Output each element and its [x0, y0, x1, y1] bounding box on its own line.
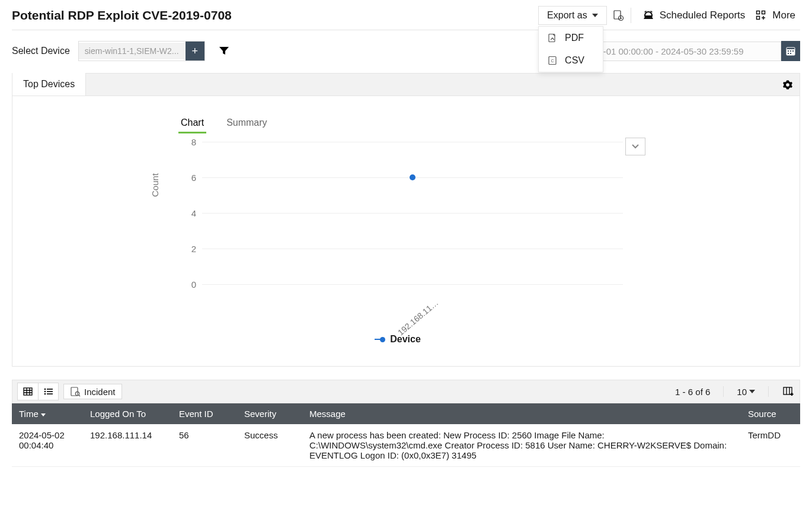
svg-point-21 [44, 393, 46, 395]
svg-rect-3 [614, 11, 621, 19]
topbar: Potential RDP Exploit CVE-2019-0708 Expo… [12, 6, 800, 30]
export-pdf-label: PDF [565, 33, 584, 43]
svg-rect-6 [757, 17, 760, 20]
cell-time: 2024-05-02 00:04:40 [12, 424, 83, 467]
device-input[interactable]: siem-win11-1,SIEM-W2... [79, 43, 186, 59]
panel-settings-button[interactable] [776, 80, 800, 90]
page-title: Potential RDP Exploit CVE-2019-0708 [12, 8, 232, 23]
list-view-button[interactable] [38, 383, 58, 400]
more-label: More [772, 9, 795, 21]
svg-rect-15 [790, 53, 791, 54]
chart-tabs: Chart Summary [178, 114, 788, 133]
page-size-value: 10 [737, 387, 747, 397]
legend-series-label: Device [390, 334, 421, 345]
cell-severity: Success [237, 424, 302, 467]
chart-legend: Device [172, 334, 623, 345]
pdf-icon [546, 31, 559, 44]
table-header-row: Time Logged On To Event ID Severity Mess… [12, 403, 800, 424]
top-devices-panel: Top Devices Chart Summary Count 8 6 4 [12, 73, 800, 367]
col-message[interactable]: Message [302, 403, 741, 424]
ytick-4: 4 [181, 208, 196, 218]
svg-rect-20 [47, 391, 53, 392]
incident-label: Incident [84, 387, 116, 397]
ytick-2: 2 [181, 243, 196, 253]
svg-rect-5 [757, 11, 760, 14]
svg-rect-18 [47, 389, 53, 390]
period-input[interactable]: 05-01 00:00:00 - 2024-05-30 23:59:59 [586, 42, 781, 61]
scheduled-reports-button[interactable]: Scheduled Reports [637, 7, 750, 24]
filter-icon[interactable] [219, 47, 229, 55]
export-csv-item[interactable]: C CSV [539, 49, 603, 72]
sort-desc-icon [41, 413, 46, 416]
table-row[interactable]: 2024-05-02 00:04:40 192.168.111.14 56 Su… [12, 424, 800, 467]
ytick-0: 0 [181, 279, 196, 289]
export-as-button[interactable]: Export as [538, 6, 607, 25]
top-actions: Export as PDF C CSV [538, 6, 800, 25]
svg-rect-14 [788, 53, 789, 54]
col-logged-on-to[interactable]: Logged On To [83, 403, 172, 424]
ytick-6: 6 [181, 172, 196, 182]
col-source[interactable]: Source [741, 403, 800, 424]
alarm-clock-icon [642, 9, 655, 22]
incident-icon [70, 386, 81, 397]
separator [723, 386, 724, 397]
filters-row: Select Device siem-win11-1,SIEM-W2... + … [12, 41, 800, 61]
page-size-select[interactable]: 10 [737, 387, 755, 397]
cell-logged-on-to: 192.168.111.14 [83, 424, 172, 467]
more-icon [755, 9, 768, 22]
results-table: Time Logged On To Event ID Severity Mess… [12, 403, 800, 467]
table-toolbar: Incident 1 - 6 of 6 10 [12, 380, 800, 403]
export-wrap: Export as PDF C CSV [538, 6, 607, 25]
svg-point-17 [44, 389, 46, 390]
calendar-button[interactable] [781, 41, 800, 61]
svg-rect-22 [47, 393, 53, 394]
caret-down-icon [749, 390, 755, 393]
column-settings-button[interactable] [782, 385, 795, 398]
tab-summary[interactable]: Summary [224, 114, 269, 133]
legend-swatch-icon [375, 337, 385, 342]
export-pdf-item[interactable]: PDF [539, 27, 603, 49]
col-event-id[interactable]: Event ID [172, 403, 237, 424]
csv-icon: C [546, 54, 559, 67]
chart-xtick: 192.168.11… [202, 289, 623, 300]
chart-zone: Chart Summary Count 8 6 4 2 0 [12, 96, 800, 366]
separator [768, 386, 769, 397]
cell-message: A new process has been created: New Proc… [302, 424, 741, 467]
col-time[interactable]: Time [12, 403, 83, 424]
export-as-label: Export as [547, 10, 587, 21]
chart-ylabel: Count [150, 173, 160, 197]
table-range-label: 1 - 6 of 6 [675, 387, 710, 397]
select-device-label: Select Device [12, 46, 70, 56]
cell-source: TermDD [741, 424, 800, 467]
separator [631, 8, 631, 23]
view-toggle [17, 383, 59, 400]
svg-rect-11 [788, 50, 789, 52]
svg-text:C: C [551, 59, 554, 63]
export-csv-label: CSV [565, 55, 584, 66]
cell-event-id: 56 [172, 424, 237, 467]
tab-chart[interactable]: Chart [178, 114, 206, 133]
svg-point-19 [44, 391, 46, 393]
svg-rect-16 [24, 388, 32, 395]
grid-view-button[interactable] [18, 383, 38, 400]
chart: Count 8 6 4 2 0 192.168.11… Device [172, 137, 623, 345]
device-select: siem-win11-1,SIEM-W2... + [78, 41, 205, 61]
filters-left: Select Device siem-win11-1,SIEM-W2... + [12, 41, 229, 61]
panel-tab-top-devices[interactable]: Top Devices [12, 73, 86, 96]
panel-header: Top Devices [12, 74, 800, 96]
more-button[interactable]: More [750, 7, 800, 24]
chart-expand-button[interactable] [625, 138, 645, 155]
schedule-export-icon[interactable] [612, 9, 625, 22]
svg-rect-7 [762, 11, 765, 14]
svg-rect-13 [792, 50, 794, 52]
filters-right: P 05-01 00:00:00 - 2024-05-30 23:59:59 [575, 41, 800, 61]
col-severity[interactable]: Severity [237, 403, 302, 424]
add-device-button[interactable]: + [186, 42, 204, 61]
chart-xtick-0: 192.168.11… [396, 289, 450, 337]
svg-rect-12 [790, 50, 791, 52]
chart-data-point[interactable] [410, 174, 415, 180]
caret-down-icon [592, 14, 598, 17]
incident-button[interactable]: Incident [63, 384, 122, 399]
export-menu: PDF C CSV [538, 26, 603, 72]
ytick-8: 8 [181, 136, 196, 147]
